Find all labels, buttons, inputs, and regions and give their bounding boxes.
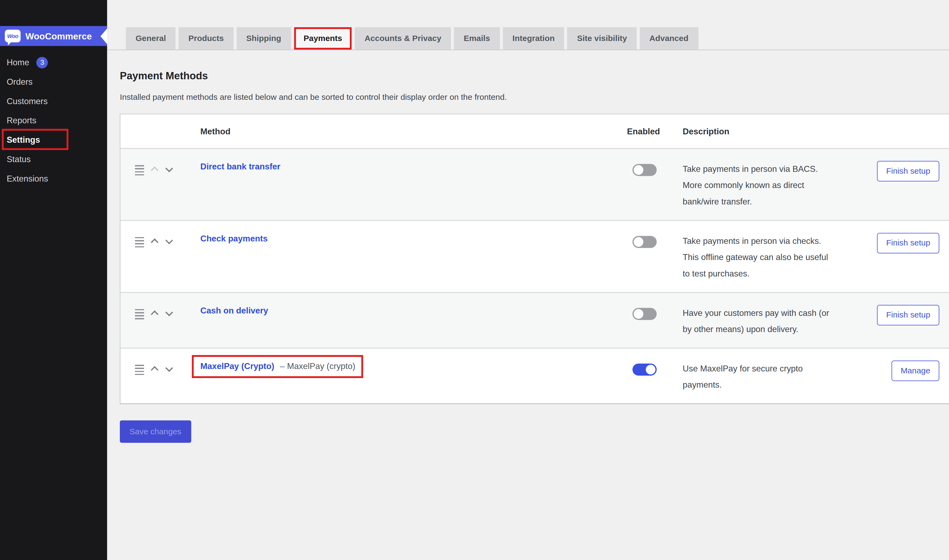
- move-down-icon[interactable]: [165, 364, 173, 372]
- sort-controls: [120, 161, 200, 210]
- sidebar-arrow-icon: [100, 28, 107, 44]
- move-down-icon[interactable]: [165, 165, 173, 172]
- finish-setup-button[interactable]: Finish setup: [877, 161, 940, 181]
- sidebar-item-label: Customers: [7, 96, 48, 106]
- page-title: Payment Methods: [120, 70, 949, 82]
- method-cell: Cash on delivery: [200, 305, 627, 337]
- save-changes-button[interactable]: Save changes: [120, 420, 191, 443]
- enable-toggle[interactable]: [632, 164, 657, 176]
- sidebar-item-label: Home: [7, 57, 29, 67]
- drag-handle-icon[interactable]: [135, 309, 144, 319]
- tab-accounts-privacy[interactable]: Accounts & Privacy: [355, 27, 451, 50]
- table-header-row: Method Enabled Description: [120, 114, 949, 148]
- method-cell: Check payments: [200, 233, 627, 282]
- method-description: Use MaxelPay for secure crypto payments.: [682, 360, 854, 393]
- tab-integration[interactable]: Integration: [503, 27, 564, 50]
- sidebar-item-customers[interactable]: Customers: [0, 91, 107, 111]
- drag-handle-icon[interactable]: [135, 365, 144, 375]
- toggle-knob: [634, 165, 644, 175]
- drag-handle-icon[interactable]: [135, 237, 144, 248]
- finish-setup-button[interactable]: Finish setup: [877, 233, 940, 253]
- move-up-icon[interactable]: [151, 366, 159, 374]
- tab-emails[interactable]: Emails: [454, 27, 499, 50]
- column-header-method: Method: [200, 126, 627, 136]
- sidebar-item-settings[interactable]: Settings: [0, 130, 107, 149]
- action-cell: Finish setup: [854, 305, 939, 337]
- move-up-icon[interactable]: [151, 166, 159, 174]
- method-description: Take payments in person via BACS. More c…: [682, 161, 854, 210]
- action-cell: Finish setup: [854, 233, 939, 282]
- table-row: Cash on delivery Have your customers pay…: [120, 292, 949, 348]
- sidebar-item-extensions[interactable]: Extensions: [0, 169, 107, 188]
- method-cell: MaxelPay (Crypto) – MaxelPay (crypto): [200, 360, 627, 393]
- sort-controls: [120, 233, 200, 282]
- sidebar-item-status[interactable]: Status: [0, 149, 107, 169]
- move-down-icon[interactable]: [165, 309, 173, 317]
- enable-toggle[interactable]: [632, 236, 657, 248]
- woocommerce-settings-page: Woo WooCommerce Home 3 Orders Customers …: [0, 0, 949, 560]
- method-link[interactable]: Direct bank transfer: [200, 162, 280, 171]
- tab-general[interactable]: General: [126, 27, 176, 50]
- sort-controls: [120, 360, 200, 393]
- page-subtitle: Installed payment methods are listed bel…: [120, 92, 949, 102]
- woocommerce-brand-bar[interactable]: Woo WooCommerce: [0, 26, 107, 46]
- toggle-knob: [646, 365, 656, 374]
- sidebar-item-label: Status: [7, 154, 31, 164]
- column-header-enabled: Enabled: [627, 126, 682, 136]
- enabled-cell: [627, 161, 682, 210]
- sidebar-item-label: Extensions: [7, 174, 48, 183]
- table-row: Direct bank transfer Take payments in pe…: [120, 148, 949, 220]
- table-row: MaxelPay (Crypto) – MaxelPay (crypto) Us…: [120, 348, 949, 403]
- method-cell: Direct bank transfer: [200, 161, 627, 210]
- payment-methods-table: Method Enabled Description Direct bank t…: [120, 114, 949, 404]
- brand-title: WooCommerce: [25, 31, 92, 41]
- method-link[interactable]: Cash on delivery: [200, 305, 268, 315]
- sidebar-item-label: Settings: [7, 135, 40, 145]
- enable-toggle[interactable]: [632, 364, 657, 376]
- method-description: Take payments in person via checks. This…: [682, 233, 854, 282]
- action-cell: Manage: [854, 360, 939, 393]
- action-cell: Finish setup: [854, 161, 939, 210]
- main-content: General Products Shipping Payments Accou…: [107, 0, 949, 560]
- table-row: Check payments Take payments in person v…: [120, 220, 949, 292]
- tab-payments[interactable]: Payments: [294, 27, 352, 50]
- tab-products[interactable]: Products: [179, 27, 233, 50]
- settings-tab-bar: General Products Shipping Payments Accou…: [107, 27, 949, 50]
- toggle-knob: [634, 237, 644, 247]
- enable-toggle[interactable]: [632, 308, 657, 320]
- enabled-cell: [627, 305, 682, 337]
- move-down-icon[interactable]: [165, 237, 173, 245]
- tab-site-visibility[interactable]: Site visibility: [567, 27, 637, 50]
- tab-advanced[interactable]: Advanced: [640, 27, 698, 50]
- sidebar-item-home[interactable]: Home 3: [0, 52, 107, 72]
- maxelpay-annotation-box: MaxelPay (Crypto) – MaxelPay (crypto): [192, 355, 363, 378]
- method-suffix: – MaxelPay (crypto): [280, 361, 355, 371]
- method-link[interactable]: Check payments: [200, 234, 268, 243]
- enabled-cell: [627, 360, 682, 393]
- sort-controls: [120, 305, 200, 337]
- drag-handle-icon[interactable]: [135, 165, 144, 175]
- finish-setup-button[interactable]: Finish setup: [877, 305, 940, 325]
- move-up-icon[interactable]: [151, 238, 159, 246]
- sidebar: Woo WooCommerce Home 3 Orders Customers …: [0, 0, 107, 560]
- sidebar-item-reports[interactable]: Reports: [0, 111, 107, 130]
- move-up-icon[interactable]: [151, 311, 159, 318]
- sidebar-item-label: Reports: [7, 115, 37, 125]
- method-description: Have your customers pay with cash (or by…: [682, 305, 854, 337]
- column-header-description: Description: [682, 126, 854, 136]
- manage-button[interactable]: Manage: [892, 360, 939, 381]
- enabled-cell: [627, 233, 682, 282]
- woocommerce-logo-text: Woo: [7, 33, 18, 39]
- method-link[interactable]: MaxelPay (Crypto): [200, 361, 274, 371]
- sidebar-item-label: Orders: [7, 77, 33, 86]
- toggle-knob: [634, 309, 644, 319]
- woocommerce-logo-icon: Woo: [5, 30, 20, 42]
- sidebar-nav: Home 3 Orders Customers Reports Settings…: [0, 52, 107, 188]
- home-count-badge: 3: [37, 57, 48, 68]
- tab-shipping[interactable]: Shipping: [236, 27, 291, 50]
- sidebar-item-orders[interactable]: Orders: [0, 72, 107, 91]
